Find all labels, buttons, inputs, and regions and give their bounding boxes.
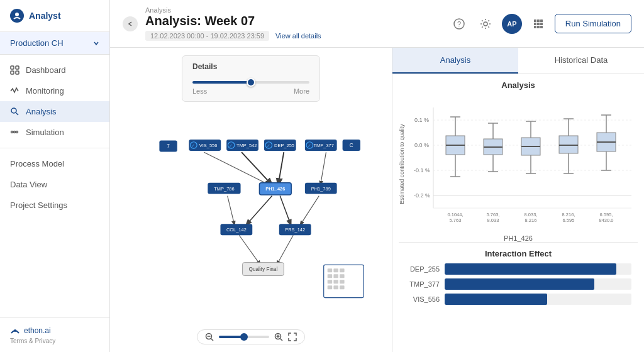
svg-text:✓: ✓: [191, 143, 195, 148]
svg-point-9: [16, 131, 18, 133]
bar-row-tmp377: TMP_377: [405, 278, 631, 290]
svg-rect-70: [340, 268, 344, 272]
svg-text:C: C: [350, 143, 353, 148]
svg-point-12: [14, 329, 16, 332]
svg-line-81: [211, 339, 214, 341]
tab-analysis-label: Analysis: [440, 55, 470, 65]
view-details-link[interactable]: View all details: [275, 32, 321, 40]
logo-icon: [10, 9, 24, 23]
avatar-button[interactable]: AP: [502, 14, 522, 34]
details-slider[interactable]: [192, 81, 309, 84]
production-selector[interactable]: Production CH: [0, 32, 109, 55]
grid-icon: [10, 65, 19, 75]
bar-track: [445, 294, 631, 305]
tab-historical-label: Historical Data: [555, 55, 608, 65]
svg-text:✓: ✓: [267, 143, 270, 148]
interaction-title: Interaction Effect: [405, 249, 631, 258]
svg-line-25: [204, 152, 270, 185]
details-title: Details: [192, 62, 309, 71]
right-tabs: Analysis Historical Data: [392, 48, 644, 74]
header-title-block: Analysis Analysis: Week 07 12.02.2023 00…: [145, 6, 321, 41]
svg-text:TMP_377: TMP_377: [314, 143, 334, 148]
run-simulation-button[interactable]: Run Simulation: [555, 14, 631, 33]
right-panel: Analysis Historical Data Analysis: [392, 48, 644, 352]
grid-button[interactable]: [528, 14, 548, 34]
svg-rect-1: [11, 66, 14, 69]
help-button[interactable]: ?: [449, 14, 469, 34]
svg-rect-77: [328, 285, 332, 289]
svg-text:-0.1 %: -0.1 %: [414, 167, 430, 173]
svg-rect-17: [537, 19, 540, 22]
content: Details Less More: [110, 48, 644, 352]
svg-text:VIS_556: VIS_556: [199, 143, 218, 148]
svg-line-31: [280, 196, 291, 225]
sidebar-item-simulation[interactable]: Simulation: [0, 122, 109, 143]
tab-historical[interactable]: Historical Data: [518, 48, 644, 74]
svg-text:TMP_542: TMP_542: [236, 143, 257, 148]
sidebar: Analyst Production CH Dashboard Monitori…: [0, 0, 110, 352]
chart-title: Analysis: [399, 80, 638, 90]
breadcrumb: Analysis: [145, 6, 321, 14]
svg-rect-19: [534, 23, 536, 25]
graph-area: 7 ✓ VIS_556 ✓ TMP_542 ✓ DEP_255: [110, 92, 392, 321]
sidebar-item-project-settings[interactable]: Project Settings: [0, 195, 109, 216]
boxplot-svg: 0.1 % 0.0 % -0.1 % -0.2 % Estimated cont…: [399, 95, 638, 233]
zoom-slider[interactable]: [219, 336, 269, 338]
settings-button[interactable]: [475, 14, 496, 34]
svg-text:8.216,: 8.216,: [562, 212, 575, 217]
svg-text:COL_142: COL_142: [226, 227, 247, 233]
svg-text:Quality Final: Quality Final: [249, 267, 278, 272]
bar-fill: [445, 294, 547, 305]
svg-line-32: [300, 196, 319, 225]
expand-button[interactable]: [288, 333, 297, 341]
svg-line-34: [277, 235, 293, 265]
svg-text:✓: ✓: [308, 143, 311, 148]
svg-rect-75: [333, 280, 338, 283]
svg-text:5.763: 5.763: [450, 217, 462, 223]
sidebar-item-label: Monitoring: [26, 86, 64, 96]
main-area: Analysis Analysis: Week 07 12.02.2023 00…: [110, 0, 644, 352]
svg-text:0.1044,: 0.1044,: [447, 212, 463, 217]
sidebar-item-analysis[interactable]: Analysis: [0, 101, 109, 122]
interaction-section: Interaction Effect DEP_255 TMP_377: [399, 242, 638, 315]
brand-label: ethon.ai: [24, 326, 51, 335]
svg-rect-16: [534, 19, 536, 22]
svg-text:6.595,: 6.595,: [600, 212, 613, 217]
help-icon: ?: [453, 18, 465, 30]
svg-point-5: [11, 108, 16, 113]
sidebar-logo: Analyst: [0, 0, 109, 32]
svg-text:8.033,: 8.033,: [525, 212, 538, 217]
right-tab-content: Analysis 0.1 % 0.0 %: [392, 74, 644, 352]
header-right: ? AP: [449, 14, 631, 34]
tab-analysis[interactable]: Analysis: [392, 48, 518, 74]
search-icon: [10, 107, 19, 116]
canvas-area: Details Less More: [110, 48, 392, 352]
production-label: Production CH: [10, 38, 64, 48]
back-button[interactable]: [123, 16, 138, 31]
svg-rect-18: [540, 19, 543, 22]
sidebar-item-process-model[interactable]: Process Model: [0, 153, 109, 174]
zoom-out-button[interactable]: [205, 333, 214, 341]
svg-text:6.595: 6.595: [563, 217, 575, 223]
page-title: Analysis: Week 07: [145, 14, 321, 28]
bar-fill: [445, 263, 616, 275]
sidebar-item-dashboard[interactable]: Dashboard: [0, 60, 109, 80]
svg-rect-71: [328, 274, 332, 278]
zoom-in-button[interactable]: [274, 333, 283, 341]
sidebar-item-label: Project Settings: [10, 201, 67, 210]
zoom-controls: [197, 329, 305, 344]
svg-line-26: [242, 152, 272, 185]
svg-rect-78: [333, 285, 338, 289]
svg-text:0.0 %: 0.0 %: [414, 142, 429, 148]
back-icon: [127, 21, 133, 27]
svg-rect-24: [540, 26, 543, 28]
sidebar-item-label: Simulation: [26, 128, 64, 137]
sidebar-item-monitoring[interactable]: Monitoring: [0, 80, 109, 101]
svg-rect-74: [328, 280, 332, 283]
svg-rect-20: [537, 23, 540, 25]
sidebar-item-data-view[interactable]: Data View: [0, 174, 109, 195]
x-axis-label: PH1_426: [399, 234, 638, 242]
svg-text:TMP_786: TMP_786: [214, 186, 234, 192]
date-range: 12.02.2023 00:00 - 19.02.2023 23:59: [145, 31, 269, 41]
svg-rect-69: [333, 268, 338, 272]
